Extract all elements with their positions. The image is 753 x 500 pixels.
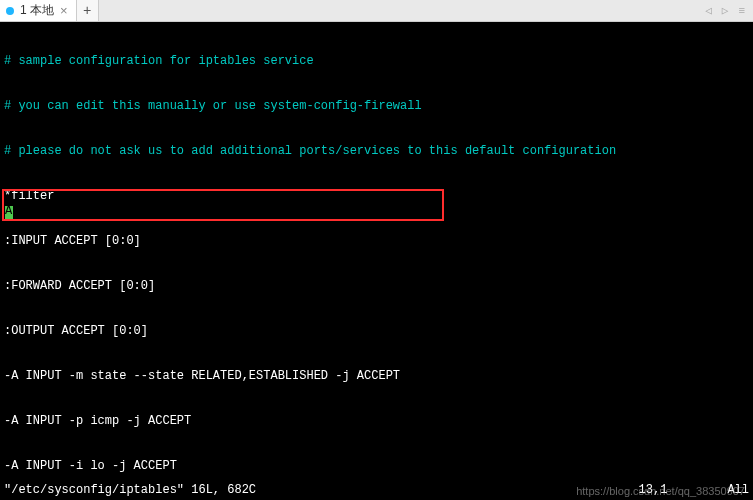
config-line: :FORWARD ACCEPT [0:0] [4,279,749,294]
plus-icon: + [83,3,91,19]
status-file-info: "/etc/sysconfig/iptables" 16L, 682C [4,483,256,498]
tab-bar: 1 本地 × + ◁ ▷ ≡ [0,0,753,22]
status-dot-icon [6,7,14,15]
tab-next-icon[interactable]: ▷ [720,4,731,17]
tab-menu-icon[interactable]: ≡ [736,5,747,17]
status-scroll-pos: All [727,483,749,498]
cursor-char: A [5,204,12,219]
vim-statusline: "/etc/sysconfig/iptables" 16L, 682C 13,1… [4,483,749,498]
config-line: -A INPUT -i lo -j ACCEPT [4,459,749,474]
tab-label: 1 本地 [20,2,54,19]
config-line: -A INPUT -p icmp -j ACCEPT [4,414,749,429]
config-line: *filter [4,189,749,204]
tab-nav: ◁ ▷ ≡ [697,0,753,21]
tab-prev-icon[interactable]: ◁ [703,4,714,17]
config-line: -A INPUT -m state --state RELATED,ESTABL… [4,369,749,384]
comment-line: # sample configuration for iptables serv… [4,54,749,69]
add-tab-button[interactable]: + [77,0,99,21]
comment-line: # please do not ask us to add additional… [4,144,749,159]
cursor-block [5,206,13,219]
terminal[interactable]: # sample configuration for iptables serv… [0,22,753,500]
config-line: :OUTPUT ACCEPT [0:0] [4,324,749,339]
comment-line: # you can edit this manually or use syst… [4,99,749,114]
tab-local[interactable]: 1 本地 × [0,0,77,21]
config-line: :INPUT ACCEPT [0:0] [4,234,749,249]
close-icon[interactable]: × [60,4,68,17]
status-cursor-pos: 13,1 [639,483,668,498]
